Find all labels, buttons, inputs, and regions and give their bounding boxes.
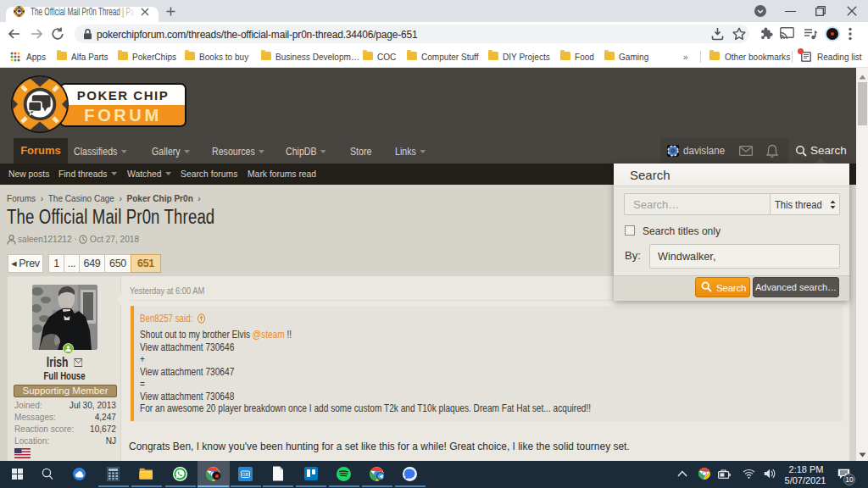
svg-text:GB: GB <box>242 472 249 477</box>
